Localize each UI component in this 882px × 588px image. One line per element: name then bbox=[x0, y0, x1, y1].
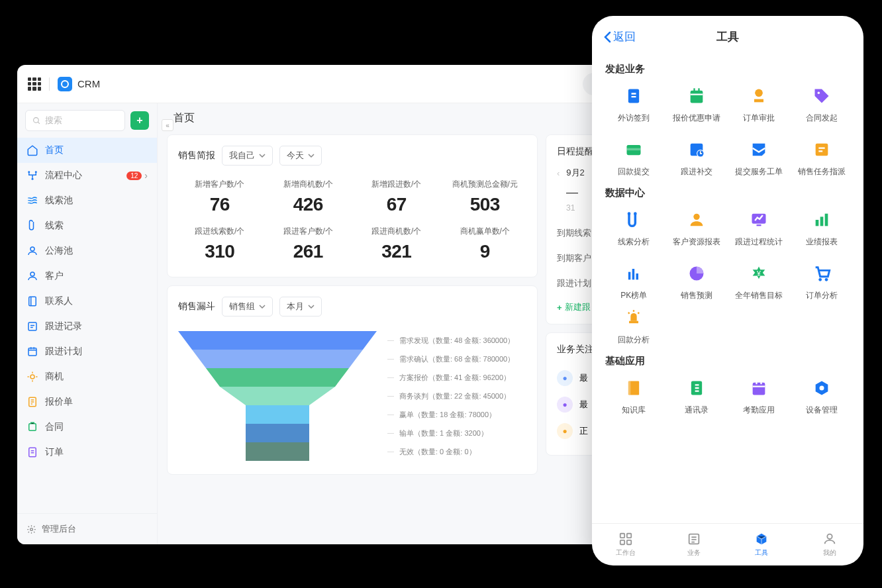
person-icon bbox=[687, 210, 707, 230]
mobile-section-title: 数据中心 bbox=[605, 187, 850, 199]
stat-value: 261 bbox=[268, 241, 349, 262]
svg-rect-42 bbox=[815, 220, 818, 226]
chevron-down-icon bbox=[308, 152, 315, 159]
mobile-tool-stamp[interactable]: 订单审批 bbox=[730, 86, 788, 124]
tag-icon bbox=[812, 86, 832, 106]
svg-rect-14 bbox=[29, 424, 36, 431]
mobile-tab-user[interactable]: 我的 bbox=[796, 524, 864, 565]
siren-icon bbox=[624, 308, 644, 328]
tab-label: 工具 bbox=[755, 548, 768, 558]
sidebar-item-contract[interactable]: 合同 bbox=[17, 415, 157, 440]
mobile-tool-screen[interactable]: 跟进过程统计 bbox=[730, 210, 788, 248]
stat-label: 跟进商机数/个 bbox=[356, 226, 437, 237]
admin-backend-link[interactable]: 管理后台 bbox=[17, 513, 157, 544]
stat-item: 跟进客户数/个261 bbox=[267, 222, 350, 266]
sidebar-item-quote[interactable]: 报价单 bbox=[17, 389, 157, 415]
mobile-tool-chart[interactable]: PK榜单 bbox=[605, 264, 663, 301]
sidebar-item-followup[interactable]: 跟进记录 bbox=[17, 314, 157, 339]
mobile-tab-box[interactable]: 工具 bbox=[728, 524, 796, 565]
brief-scope-select[interactable]: 我自己 bbox=[222, 146, 273, 166]
tool-label: 客户资源报表 bbox=[673, 236, 720, 248]
mobile-tool-target[interactable]: ¥全年销售目标 bbox=[730, 264, 788, 301]
mobile-tool-device[interactable]: 设备管理 bbox=[793, 378, 851, 416]
sidebar-search-placeholder: 搜索 bbox=[45, 115, 62, 126]
mobile-tool-wallet[interactable]: 回款提交 bbox=[605, 140, 663, 177]
mobile-tool-task[interactable]: 销售任务指派 bbox=[793, 140, 851, 177]
sidebar-item-sea[interactable]: 公海池 bbox=[17, 238, 157, 264]
sidebar-item-contact[interactable]: 联系人 bbox=[17, 289, 157, 314]
contacts-icon bbox=[687, 378, 707, 398]
calendar-icon bbox=[687, 86, 707, 106]
funnel-group-select[interactable]: 销售组 bbox=[222, 297, 273, 317]
prev-icon[interactable]: ‹ bbox=[557, 168, 560, 178]
sales-funnel-card: 销售漏斗 销售组 本月 需求发现（数量: 48 金额: 360000）需求确认（… bbox=[167, 285, 538, 475]
sidebar-search-input[interactable]: 搜索 bbox=[25, 110, 125, 131]
pie-icon bbox=[687, 264, 707, 283]
svg-point-37 bbox=[628, 212, 631, 215]
mobile-tool-tag[interactable]: 合同发起 bbox=[793, 86, 851, 124]
svg-rect-44 bbox=[824, 214, 828, 226]
list-icon bbox=[687, 532, 701, 546]
contact-icon bbox=[26, 295, 38, 307]
clock-icon bbox=[687, 140, 707, 160]
brief-period-select[interactable]: 今天 bbox=[279, 146, 322, 166]
svg-point-16 bbox=[30, 528, 33, 530]
sidebar-item-pool[interactable]: 线索池 bbox=[17, 188, 157, 213]
svg-rect-26 bbox=[693, 88, 695, 92]
svg-rect-9 bbox=[29, 297, 36, 306]
mobile-tool-contacts[interactable]: 通讯录 bbox=[668, 378, 726, 416]
chevron-down-icon bbox=[259, 152, 266, 159]
svg-rect-54 bbox=[628, 381, 631, 395]
apps-grid-icon[interactable] bbox=[28, 77, 41, 91]
svg-rect-46 bbox=[632, 269, 635, 279]
mobile-tool-lead[interactable]: 线索分析 bbox=[605, 210, 663, 248]
mobile-tool-doc[interactable]: 外访签到 bbox=[605, 86, 663, 124]
sidebar-item-flow[interactable]: 流程中心12› bbox=[17, 163, 157, 188]
mobile-tool-person[interactable]: 客户资源报表 bbox=[668, 210, 726, 248]
stat-value: 426 bbox=[268, 194, 349, 215]
attention-label: 最 bbox=[579, 372, 588, 384]
stat-label: 跟进线索数/个 bbox=[179, 226, 260, 237]
mobile-tool-cart[interactable]: 订单分析 bbox=[793, 264, 851, 301]
tab-label: 工作台 bbox=[616, 548, 636, 558]
quote-icon bbox=[26, 396, 38, 408]
sidebar-item-plan[interactable]: 跟进计划 bbox=[17, 339, 157, 364]
svg-rect-56 bbox=[753, 383, 765, 395]
sidebar-item-label: 线索 bbox=[45, 220, 64, 232]
sidebar-item-order[interactable]: 订单 bbox=[17, 440, 157, 465]
attention-label: 最 bbox=[579, 399, 588, 411]
mobile-tool-bars[interactable]: 业绩报表 bbox=[793, 210, 851, 248]
stat-value: 321 bbox=[356, 241, 437, 262]
sidebar-item-lead[interactable]: 线索 bbox=[17, 213, 157, 238]
opportunity-icon bbox=[26, 371, 38, 383]
svg-point-38 bbox=[634, 212, 637, 215]
target-icon: ¥ bbox=[749, 264, 769, 283]
svg-marker-19 bbox=[206, 368, 349, 387]
mobile-tool-siren[interactable]: 回款分析 bbox=[605, 308, 663, 346]
sidebar-item-home[interactable]: 首页 bbox=[17, 138, 157, 163]
badge: 12 bbox=[126, 172, 142, 180]
mobile-tab-list[interactable]: 业务 bbox=[660, 524, 728, 565]
mobile-tab-grid[interactable]: 工作台 bbox=[592, 524, 660, 565]
brief-title: 销售简报 bbox=[178, 150, 215, 162]
stat-item: 跟进商机数/个321 bbox=[355, 222, 438, 266]
funnel-period-select[interactable]: 本月 bbox=[279, 297, 322, 317]
sidebar-item-customer[interactable]: 客户 bbox=[17, 264, 157, 289]
svg-rect-23 bbox=[246, 442, 309, 461]
tool-label: 跟进补交 bbox=[681, 166, 712, 177]
stat-item: 商机赢单数/个9 bbox=[444, 222, 527, 266]
collapse-sidebar-button[interactable]: « bbox=[162, 119, 173, 131]
back-button[interactable]: 返回 bbox=[604, 29, 636, 44]
svg-rect-60 bbox=[620, 540, 624, 544]
mobile-tool-calendar[interactable]: 报价优惠申请 bbox=[668, 86, 726, 124]
mobile-tool-attendance[interactable]: 考勤应用 bbox=[730, 378, 788, 416]
mobile-tool-pie[interactable]: 销售预测 bbox=[668, 264, 726, 301]
mobile-tool-inbox[interactable]: 提交服务工单 bbox=[730, 140, 788, 177]
mobile-tool-clock[interactable]: 跟进补交 bbox=[668, 140, 726, 177]
tool-label: 销售任务指派 bbox=[798, 166, 846, 177]
wallet-icon bbox=[624, 140, 644, 160]
sidebar-item-opportunity[interactable]: 商机 bbox=[17, 364, 157, 389]
mobile-tool-book[interactable]: 知识库 bbox=[605, 378, 663, 416]
add-button[interactable]: + bbox=[130, 111, 149, 130]
gear-icon bbox=[26, 524, 36, 534]
